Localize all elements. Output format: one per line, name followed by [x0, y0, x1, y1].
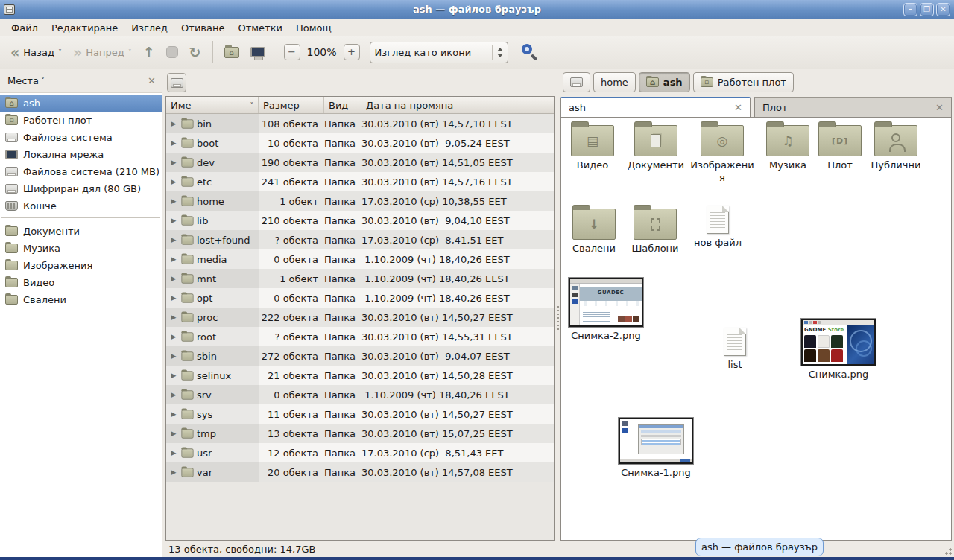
expander-icon[interactable]: ▶ [169, 391, 178, 398]
zoom-out-button[interactable]: − [284, 44, 300, 60]
minimize-button[interactable]: – [903, 3, 917, 16]
sidebar-close-icon[interactable]: ✕ [148, 75, 156, 86]
file-snimka-2[interactable]: GUADEC Снимка-2.png [567, 278, 645, 343]
sidebar-bookmark-item[interactable]: Документи [0, 223, 162, 240]
expander-icon[interactable]: ▶ [169, 430, 178, 437]
breadcrumb-desktop-button[interactable]: Работен плот [693, 72, 794, 92]
taskbar-window-button[interactable]: ash — файлов браузър [695, 538, 824, 556]
title-bar[interactable]: ash — файлов браузър – ❐ ✕ [0, 0, 954, 19]
menu-item[interactable]: Файл [4, 21, 45, 35]
expander-icon[interactable]: ▶ [169, 197, 178, 205]
tab-close-icon[interactable]: ✕ [935, 102, 944, 113]
tree-root-button[interactable] [167, 73, 186, 92]
table-row[interactable]: ▶ lost+found ? обекта Папка 17.03.2010 (… [166, 230, 554, 249]
expander-icon[interactable]: ▶ [169, 352, 178, 360]
expander-icon[interactable]: ▶ [169, 275, 178, 282]
file-snimka[interactable]: GNOME Store Снимка.png [800, 319, 877, 381]
column-header-type[interactable]: Вид [324, 97, 361, 113]
table-row[interactable]: ▶ opt 0 обекта Папка 1.10.2009 (чт) 18,4… [166, 288, 554, 308]
file-snimka-1[interactable]: Снимка-1.png [617, 418, 695, 480]
view-mode-select[interactable]: Изглед като икони [370, 42, 508, 63]
file-new-file[interactable]: нов файл [686, 206, 749, 249]
folder-desktop[interactable]: [D] Плот [818, 125, 862, 172]
back-button[interactable]: « Назад ˅ [6, 42, 66, 62]
up-button[interactable]: ↑ [139, 42, 159, 62]
folder-public[interactable]: Публични [864, 125, 928, 172]
column-header-date[interactable]: Дата на промяна [361, 97, 554, 113]
breadcrumb-home-button[interactable]: home [593, 72, 636, 92]
expander-icon[interactable]: ▶ [169, 217, 178, 224]
menu-item[interactable]: Отиване [174, 21, 231, 35]
expander-icon[interactable]: ▶ [169, 139, 178, 147]
icon-view[interactable]: ▤ Видео Документи ◎ Изображения ♫ [560, 117, 952, 541]
breadcrumb-ash-button[interactable]: ash [639, 72, 690, 92]
expander-icon[interactable]: ▶ [169, 449, 178, 456]
tab-desktop[interactable]: Плот ✕ [754, 97, 952, 117]
folder-music[interactable]: ♫ Музика [757, 125, 818, 172]
menu-item[interactable]: Помощ [289, 21, 338, 35]
folder-templates[interactable]: Шаблони [625, 209, 686, 255]
sidebar-place-item[interactable]: ash [0, 95, 162, 112]
table-row[interactable]: ▶ var 20 обекта Папка 30.03.2010 (вт) 14… [166, 462, 554, 482]
sidebar-title[interactable]: Места [7, 75, 39, 86]
menu-item[interactable]: Отметки [231, 21, 288, 35]
tab-close-icon[interactable]: ✕ [734, 102, 742, 113]
table-row[interactable]: ▶ mnt 1 обект Папка 1.10.2009 (чт) 18,40… [166, 269, 554, 288]
sidebar-bookmark-item[interactable]: Свалени [0, 291, 162, 308]
table-row[interactable]: ▶ media 0 обекта Папка 1.10.2009 (чт) 18… [166, 249, 554, 269]
sidebar-bookmark-item[interactable]: Изображения [0, 257, 162, 274]
sidebar-place-item[interactable]: Шифриран дял (80 GB) [0, 180, 162, 197]
table-row[interactable]: ▶ tmp 13 обекта Папка 30.03.2010 (вт) 15… [166, 424, 554, 443]
table-row[interactable]: ▶ home 1 обект Папка 17.03.2010 (ср) 10,… [166, 191, 554, 211]
table-row[interactable]: ▶ bin 108 обекта Папка 30.03.2010 (вт) 1… [166, 114, 554, 133]
expander-icon[interactable]: ▶ [169, 178, 178, 185]
sidebar-mode-caret-icon[interactable]: ˅ [41, 77, 45, 85]
sidebar-place-item[interactable]: Файлова система (210 MB) [0, 163, 162, 180]
folder-documents[interactable]: Документи [622, 125, 689, 172]
breadcrumb-root-button[interactable] [563, 72, 590, 92]
zoom-in-button[interactable]: + [344, 44, 360, 60]
maximize-button[interactable]: ❐ [920, 3, 934, 16]
reload-button[interactable]: ↻ [185, 42, 206, 62]
table-row[interactable]: ▶ sys 11 обекта Папка 30.03.2010 (вт) 14… [166, 404, 554, 424]
expander-icon[interactable]: ▶ [169, 372, 178, 379]
table-row[interactable]: ▶ boot 10 обекта Папка 30.03.2010 (вт) 9… [166, 133, 554, 153]
close-button[interactable]: ✕ [936, 3, 950, 16]
computer-button[interactable] [246, 44, 270, 60]
table-row[interactable]: ▶ usr 12 обекта Папка 17.03.2010 (ср) 8,… [166, 443, 554, 462]
expander-icon[interactable]: ▶ [169, 294, 178, 302]
table-row[interactable]: ▶ sbin 272 обекта Папка 30.03.2010 (вт) … [166, 346, 554, 366]
sidebar-bookmark-item[interactable]: Видео [0, 274, 162, 291]
forward-button[interactable]: » Напред ˅ [69, 42, 136, 62]
expander-icon[interactable]: ▶ [169, 468, 178, 476]
tab-ash[interactable]: ash ✕ [560, 97, 751, 117]
menu-item[interactable]: Редактиране [45, 21, 124, 35]
table-row[interactable]: ▶ srv 0 обекта Папка 1.10.2009 (чт) 18,4… [166, 385, 554, 404]
home-button[interactable]: ⌂ [220, 44, 244, 61]
table-row[interactable]: ▶ lib 210 обекта Папка 30.03.2010 (вт) 9… [166, 211, 554, 230]
pane-splitter[interactable] [555, 96, 560, 541]
expander-icon[interactable]: ▶ [169, 314, 178, 321]
expander-icon[interactable]: ▶ [169, 333, 178, 340]
resize-grip[interactable] [942, 545, 953, 556]
menu-item[interactable]: Изглед [124, 21, 174, 35]
back-history-caret-icon[interactable]: ˅ [58, 49, 62, 56]
sidebar-place-item[interactable]: Файлова система [0, 129, 162, 146]
column-header-size[interactable]: Размер [259, 97, 324, 113]
table-row[interactable]: ▶ proc 222 обекта Папка 30.03.2010 (вт) … [166, 308, 554, 327]
column-header-name[interactable]: Име˅ [166, 97, 259, 113]
search-button[interactable] [519, 42, 539, 62]
file-list[interactable]: list [710, 328, 759, 372]
sidebar-place-item[interactable]: Кошче [0, 197, 162, 214]
folder-downloads[interactable]: ↓ Свалени [563, 209, 625, 255]
table-row[interactable]: ▶ root ? обекта Папка 30.03.2010 (вт) 14… [166, 327, 554, 346]
sidebar-place-item[interactable]: Локална мрежа [0, 146, 162, 163]
sidebar-place-item[interactable]: Работен плот [0, 112, 162, 129]
expander-icon[interactable]: ▶ [169, 159, 178, 166]
table-row[interactable]: ▶ etc 241 обекта Папка 30.03.2010 (вт) 1… [166, 172, 554, 191]
expander-icon[interactable]: ▶ [169, 410, 178, 418]
expander-icon[interactable]: ▶ [169, 120, 178, 127]
expander-icon[interactable]: ▶ [169, 236, 178, 244]
table-row[interactable]: ▶ selinux 21 обекта Папка 30.03.2010 (вт… [166, 366, 554, 385]
table-row[interactable]: ▶ dev 190 обекта Папка 30.03.2010 (вт) 1… [166, 153, 554, 172]
